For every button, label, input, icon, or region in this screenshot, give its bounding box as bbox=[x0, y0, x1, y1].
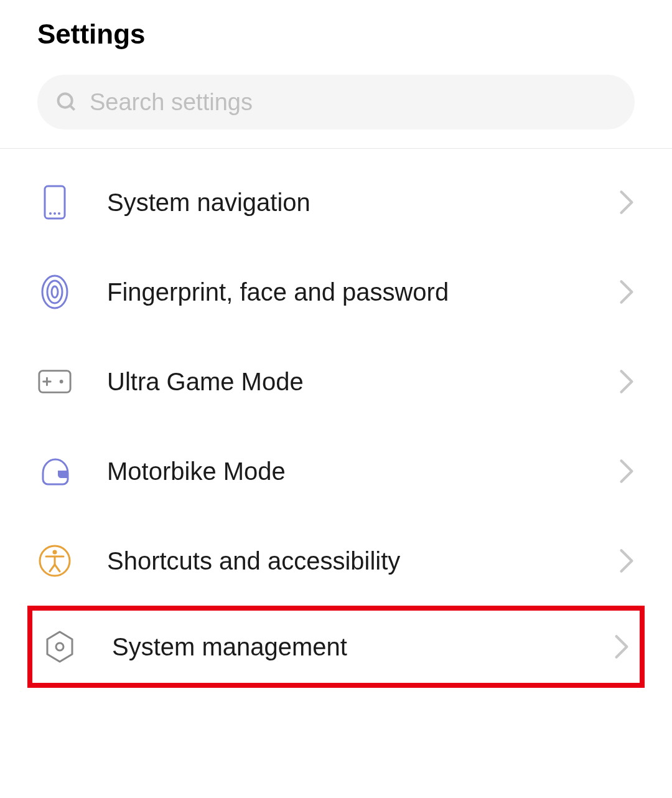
fingerprint-icon bbox=[37, 275, 72, 309]
menu-item-label: Motorbike Mode bbox=[107, 458, 618, 486]
chevron-right-icon bbox=[614, 634, 630, 660]
settings-menu-list: System navigation Fingerprint, face and … bbox=[0, 149, 672, 688]
search-icon bbox=[55, 90, 78, 114]
svg-point-14 bbox=[53, 550, 57, 555]
svg-point-3 bbox=[49, 212, 52, 215]
gamepad-icon bbox=[37, 364, 72, 399]
svg-point-0 bbox=[58, 94, 72, 108]
chevron-right-icon bbox=[618, 189, 635, 215]
menu-item-label: Ultra Game Mode bbox=[107, 368, 618, 396]
svg-line-18 bbox=[55, 565, 60, 571]
phone-icon bbox=[37, 185, 72, 220]
menu-item-label: Shortcuts and accessibility bbox=[107, 547, 618, 575]
svg-point-8 bbox=[52, 286, 58, 298]
svg-point-4 bbox=[54, 212, 56, 215]
search-placeholder: Search settings bbox=[90, 89, 253, 116]
svg-line-1 bbox=[70, 106, 75, 110]
settings-header: Settings bbox=[0, 0, 672, 75]
menu-item-label: System navigation bbox=[107, 189, 618, 217]
svg-point-19 bbox=[56, 643, 63, 650]
chevron-right-icon bbox=[618, 368, 635, 395]
menu-item-shortcuts-accessibility[interactable]: Shortcuts and accessibility bbox=[0, 516, 672, 606]
chevron-right-icon bbox=[618, 279, 635, 305]
helmet-icon bbox=[37, 454, 72, 489]
svg-point-5 bbox=[58, 212, 60, 215]
menu-item-ultra-game-mode[interactable]: Ultra Game Mode bbox=[0, 337, 672, 426]
search-container: Search settings bbox=[0, 75, 672, 148]
accessibility-icon bbox=[37, 543, 72, 578]
menu-item-label: Fingerprint, face and password bbox=[107, 278, 618, 306]
search-input[interactable]: Search settings bbox=[37, 75, 635, 129]
svg-line-17 bbox=[50, 565, 55, 571]
page-title: Settings bbox=[37, 19, 635, 50]
chevron-right-icon bbox=[618, 458, 635, 484]
gear-hex-icon bbox=[42, 629, 77, 664]
menu-item-fingerprint-face-password[interactable]: Fingerprint, face and password bbox=[0, 247, 672, 337]
svg-point-7 bbox=[47, 281, 62, 303]
menu-item-system-management[interactable]: System management bbox=[27, 606, 645, 688]
svg-point-12 bbox=[60, 380, 63, 383]
menu-item-motorbike-mode[interactable]: Motorbike Mode bbox=[0, 426, 672, 516]
chevron-right-icon bbox=[618, 548, 635, 574]
menu-item-system-navigation[interactable]: System navigation bbox=[0, 157, 672, 247]
menu-item-label: System management bbox=[112, 633, 614, 661]
